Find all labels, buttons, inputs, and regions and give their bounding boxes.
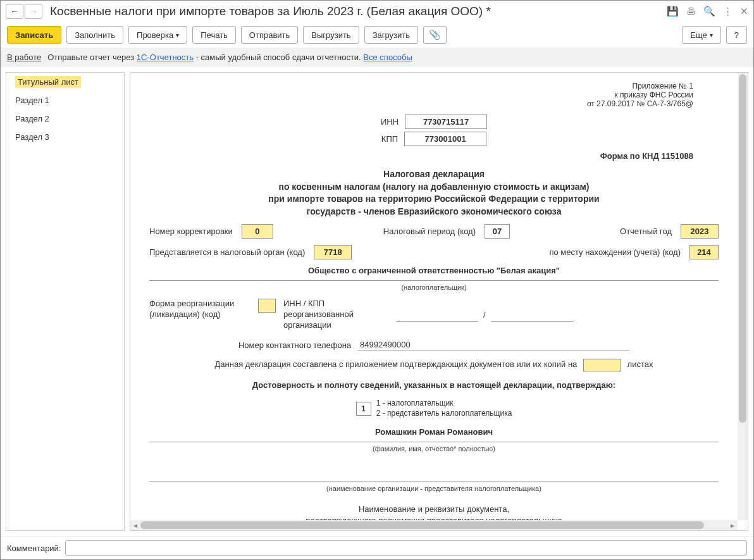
reorg-code-field[interactable] [258, 299, 276, 313]
sidebar-item-section-3[interactable]: Раздел 3 [6, 128, 124, 146]
phone-label: Номер контактного телефона [238, 340, 351, 350]
nav-back-button[interactable]: ← [6, 4, 23, 19]
vertical-scrollbar[interactable] [738, 73, 748, 520]
record-button[interactable]: Записать [7, 26, 61, 44]
appendix-text: Приложение № 1 к приказу ФНС России от 2… [149, 82, 693, 108]
help-button[interactable]: ? [726, 26, 747, 44]
comment-input[interactable] [65, 540, 748, 556]
comment-label: Комментарий: [7, 544, 61, 553]
org-sub: (налогоплательщик) [149, 283, 719, 291]
year-label: Отчетный год [620, 227, 672, 236]
auth-doc-title: Наименование и реквизиты документа, подт… [149, 504, 719, 520]
phone-field[interactable]: 84992490000 [357, 339, 629, 351]
sidebar-item-title-page[interactable]: Титульный лист [6, 73, 124, 91]
check-button[interactable]: Проверка [128, 26, 187, 44]
link-all-ways[interactable]: Все способы [363, 53, 412, 62]
org-name: Общество с ограниченной ответственностью… [149, 266, 719, 275]
place-label: по месту нахождения (учета) (код) [549, 247, 681, 257]
save-icon[interactable]: 💾 [667, 6, 679, 17]
nav-forward-button[interactable]: → [25, 4, 42, 19]
reorg-label: Форма реорганизации (ликвидация) (код) [149, 299, 250, 320]
send-button[interactable]: Отправить [241, 26, 298, 44]
sidebar: Титульный лист Раздел 1 Раздел 2 Раздел … [6, 72, 125, 531]
place-field[interactable]: 214 [689, 245, 719, 259]
kpp-field[interactable]: 773001001 [404, 132, 486, 146]
print-button[interactable]: Печать [192, 26, 236, 44]
horizontal-scrollbar[interactable]: ◄ ► [130, 520, 738, 530]
titlebar: ← → Косвенные налоги при импорте товаров… [1, 1, 753, 22]
sidebar-item-section-1[interactable]: Раздел 1 [6, 91, 124, 109]
kpp-label: КПП [381, 134, 398, 144]
print-icon[interactable]: 🖶 [686, 6, 696, 17]
signer-name: Ромашкин Роман Романович [149, 427, 719, 437]
kebab-icon[interactable]: ⋮ [723, 6, 732, 17]
confirm-code-field[interactable]: 1 [356, 402, 371, 416]
sheets-field[interactable] [583, 359, 621, 371]
window-title: Косвенные налоги при импорте товаров за … [50, 4, 667, 18]
year-field[interactable]: 2023 [681, 224, 719, 239]
preview-icon[interactable]: 🔍 [703, 6, 715, 17]
reorg-inn-field[interactable] [396, 308, 478, 322]
content-pane: Приложение № 1 к приказу ФНС России от 2… [130, 72, 748, 531]
status-banner: В работе Отправьте отчет через 1С-Отчетн… [1, 47, 753, 67]
knd-code: Форма по КНД 1151088 [149, 151, 693, 161]
unload-button[interactable]: Выгрузить [303, 26, 359, 44]
inn-label: ИНН [381, 117, 399, 127]
status-label[interactable]: В работе [7, 53, 41, 62]
representative-sub: (наименование организации - представител… [149, 485, 719, 492]
reorg-innkpp-label: ИНН / КПП реорганизованной организации [283, 299, 391, 331]
signer-sub: (фамилия, имя, отчество* полностью) [149, 445, 719, 452]
attach-button[interactable]: 📎 [423, 26, 447, 44]
banner-text: Отправьте отчет через 1С-Отчетность - са… [47, 53, 412, 62]
comment-bar: Комментарий: [1, 536, 753, 559]
tax-org-field[interactable]: 7718 [314, 245, 352, 259]
document-title: Налоговая декларация по косвенным налога… [187, 168, 681, 218]
inn-field[interactable]: 7730715117 [405, 115, 487, 129]
close-icon[interactable]: ✕ [740, 6, 748, 17]
period-field[interactable]: 07 [485, 224, 510, 239]
reorg-kpp-field[interactable] [491, 308, 573, 322]
tax-org-label: Представляется в налоговый орган (код) [149, 247, 305, 257]
load-button[interactable]: Загрузить [364, 26, 418, 44]
sidebar-item-section-2[interactable]: Раздел 2 [6, 109, 124, 128]
correction-label: Номер корректировки [149, 227, 233, 236]
sheets-row: Данная декларация составлена с приложени… [149, 359, 719, 371]
confirm-options: 1 - налогоплательщик 2 - представитель н… [376, 399, 512, 418]
correction-field[interactable]: 0 [242, 224, 273, 239]
link-1c-report[interactable]: 1С-Отчетность [137, 53, 194, 62]
fill-button[interactable]: Заполнить [66, 26, 123, 44]
more-button[interactable]: Еще [682, 26, 720, 44]
period-label: Налоговый период (код) [383, 227, 476, 236]
confirm-title: Достоверность и полноту сведений, указан… [149, 380, 719, 390]
toolbar: Записать Заполнить Проверка Печать Отпра… [1, 22, 753, 47]
